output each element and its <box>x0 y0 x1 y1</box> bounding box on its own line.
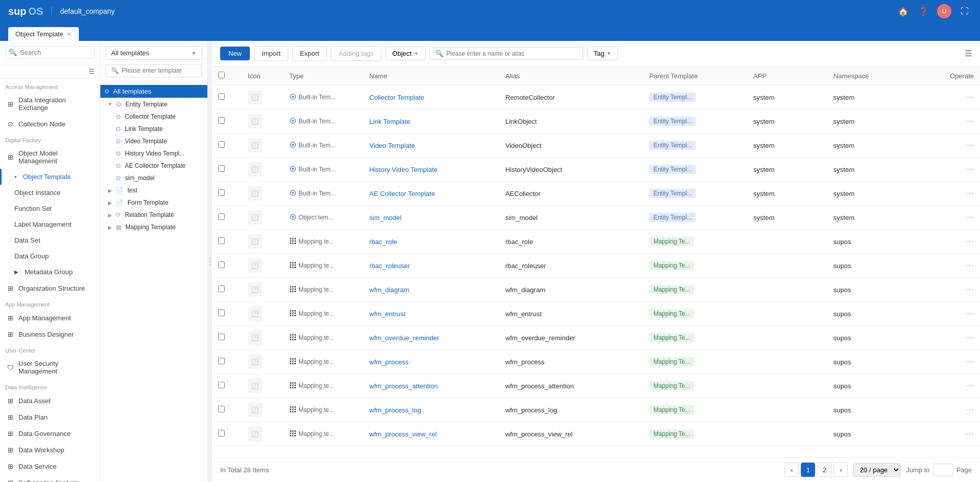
tree-node-form-template[interactable]: ▶ 📄 Form Template <box>100 196 207 209</box>
row-checkbox[interactable] <box>218 334 225 340</box>
sidebar-item-function-set[interactable]: Function Set <box>0 201 100 216</box>
row-operate-btn[interactable]: ··· <box>966 333 974 342</box>
table-search-input[interactable] <box>446 50 578 57</box>
new-button[interactable]: New <box>220 47 250 60</box>
sidebar-item-object-instance[interactable]: Object Instance <box>0 185 100 201</box>
tag-filter-btn[interactable]: Tag ▼ <box>587 47 619 60</box>
tree-node-link-template[interactable]: ⊙ Link Template <box>100 123 207 135</box>
sidebar-item-data-integration[interactable]: ⊞ Data Integration Exchange <box>0 92 100 116</box>
sidebar-item-data-service[interactable]: ⊞ Data Service <box>0 458 100 474</box>
row-checkbox[interactable] <box>218 117 225 124</box>
row-checkbox[interactable] <box>218 165 225 172</box>
sidebar-item-app-management[interactable]: ⊞ App Management <box>0 310 100 326</box>
import-button[interactable]: Import <box>254 46 288 61</box>
expand-icon[interactable]: ⛶ <box>957 4 972 18</box>
row-operate-btn[interactable]: ··· <box>966 357 974 366</box>
tree-node-ae-collector[interactable]: ⊙ AE Collector Template <box>100 160 207 172</box>
prev-page-btn[interactable]: ‹ <box>784 463 799 477</box>
row-checkbox[interactable] <box>218 430 225 436</box>
row-checkbox[interactable] <box>218 237 225 244</box>
row-operate-btn[interactable]: ··· <box>966 189 974 198</box>
sidebar-item-business-designer[interactable]: ⊞ Business Designer <box>0 326 100 342</box>
row-name[interactable]: Video Template <box>369 142 415 149</box>
row-checkbox[interactable] <box>218 286 225 292</box>
tree-node-sim-model[interactable]: ⊙ sim_model <box>100 172 207 184</box>
row-operate-btn[interactable]: ··· <box>966 117 974 125</box>
page-1-btn[interactable]: 1 <box>801 463 815 477</box>
tree-node-all-templates[interactable]: ⊙ All templates <box>100 85 207 98</box>
row-name[interactable]: History Video Template <box>369 166 437 173</box>
row-name[interactable]: Collector Template <box>369 94 424 101</box>
object-filter-btn[interactable]: Object ▼ <box>386 47 425 60</box>
tab-object-template[interactable]: Object Template ✕ <box>8 27 79 41</box>
sidebar-item-org-structure[interactable]: ⊞ Organization Structure <box>0 280 100 296</box>
row-checkbox[interactable] <box>218 213 225 220</box>
logo[interactable]: supOS <box>8 6 43 17</box>
sidebar-item-data-plan[interactable]: ⊞ Data Plan <box>0 409 100 425</box>
page-size-select[interactable]: 20 / page <box>853 463 901 477</box>
row-name[interactable]: rbac_roleuser <box>369 262 410 270</box>
tree-search-input[interactable] <box>122 67 197 74</box>
row-operate-btn[interactable]: ··· <box>966 405 974 414</box>
export-button[interactable]: Export <box>292 46 327 61</box>
row-checkbox[interactable] <box>218 406 225 412</box>
sidebar-item-data-governance[interactable]: ⊞ Data Governance <box>0 425 100 442</box>
tree-node-relation-template[interactable]: ▶ ⟳ Relation Template <box>100 209 207 221</box>
sidebar-menu-icon[interactable]: ☰ <box>89 68 95 75</box>
row-checkbox[interactable] <box>218 261 225 268</box>
row-name[interactable]: wfm_process_log <box>369 406 421 414</box>
row-operate-btn[interactable]: ··· <box>966 285 974 294</box>
tree-node-test[interactable]: ▶ 📄 test <box>100 184 207 196</box>
resize-handle[interactable] <box>208 41 212 482</box>
tree-node-mapping-template[interactable]: ▶ ▦ Mapping Template <box>100 221 207 233</box>
tree-node-video-template[interactable]: ⊙ Video Template <box>100 135 207 147</box>
sidebar-item-metadata-group[interactable]: ▶ Metadata Group <box>0 264 100 280</box>
row-operate-btn[interactable]: ··· <box>966 237 974 246</box>
adding-tags-button[interactable]: Adding tags <box>331 46 381 61</box>
row-name[interactable]: rbac_role <box>369 238 397 246</box>
select-all-checkbox[interactable] <box>218 72 225 78</box>
row-checkbox[interactable] <box>218 382 225 388</box>
row-operate-btn[interactable]: ··· <box>966 309 974 318</box>
row-name[interactable]: wfm_process_view_rel <box>369 430 437 438</box>
row-checkbox[interactable] <box>218 189 225 196</box>
row-name[interactable]: sim_model <box>369 214 401 222</box>
tree-node-entity-template[interactable]: ▼ ⊙ Entity Template <box>100 98 207 111</box>
row-name[interactable]: wfm_entrust <box>369 310 406 318</box>
row-name[interactable]: Link Template <box>369 118 410 125</box>
row-checkbox[interactable] <box>218 310 225 316</box>
tab-close-icon[interactable]: ✕ <box>67 31 72 38</box>
sidebar-item-data-set[interactable]: Data Set <box>0 232 100 248</box>
row-operate-btn[interactable]: ··· <box>966 381 974 390</box>
row-checkbox[interactable] <box>218 93 225 100</box>
help-icon[interactable]: ❓ <box>917 4 931 18</box>
row-checkbox[interactable] <box>218 358 225 364</box>
avatar[interactable]: U <box>937 4 951 18</box>
row-operate-btn[interactable]: ··· <box>966 213 974 222</box>
row-operate-btn[interactable]: ··· <box>966 261 974 270</box>
row-operate-btn[interactable]: ··· <box>966 141 974 149</box>
tree-node-collector-template[interactable]: ⊙ Collector Template <box>100 111 207 123</box>
row-name[interactable]: wfm_process <box>369 358 409 366</box>
sidebar-item-object-model[interactable]: ⊞ Object Model Management <box>0 145 100 169</box>
row-name[interactable]: AE Collector Template <box>369 190 435 198</box>
sidebar-search-input[interactable] <box>20 49 91 56</box>
sidebar-item-self-service[interactable]: ⊞ Self-service Analysis <box>0 474 100 482</box>
row-operate-btn[interactable]: ··· <box>966 165 974 173</box>
row-name[interactable]: wfm_diagram <box>369 286 409 294</box>
sidebar-item-data-group[interactable]: Data Group <box>0 248 100 264</box>
sidebar-item-label-management[interactable]: Label Management <box>0 216 100 232</box>
row-name[interactable]: wfm_overdue_reminder <box>369 334 439 342</box>
row-operate-btn[interactable]: ··· <box>966 429 974 438</box>
template-dropdown[interactable]: All templates ▼ <box>105 46 202 60</box>
page-2-btn[interactable]: 2 <box>817 463 832 477</box>
sidebar-item-user-security[interactable]: 🛡 User Security Management <box>0 356 100 379</box>
row-operate-btn[interactable]: ··· <box>966 93 974 101</box>
sidebar-item-data-workshop[interactable]: ⊞ Data Workshop <box>0 442 100 458</box>
table-menu-icon[interactable]: ☰ <box>965 49 972 58</box>
next-page-btn[interactable]: › <box>834 463 848 477</box>
row-checkbox[interactable] <box>218 141 225 148</box>
sidebar-item-collection-node[interactable]: ⊙ Collection Node <box>0 116 100 132</box>
row-name[interactable]: wfm_process_attention <box>369 382 438 390</box>
jump-to-input[interactable] <box>933 464 953 476</box>
